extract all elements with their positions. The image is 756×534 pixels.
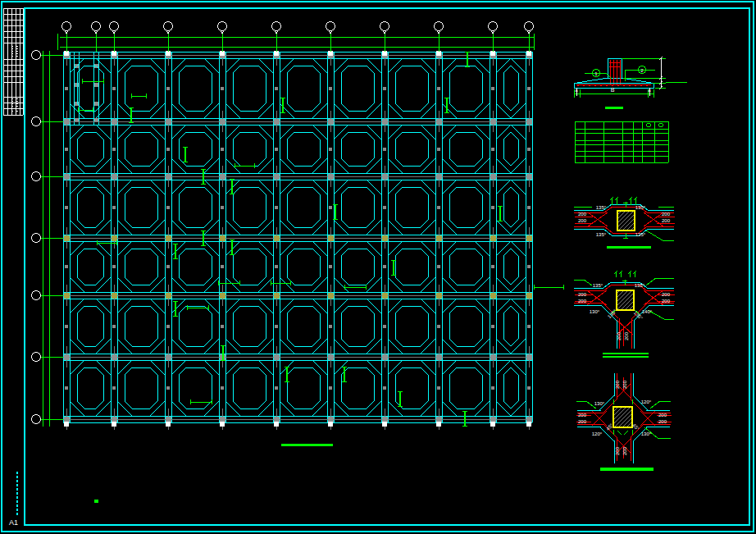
spacing-label: 200 <box>624 331 629 340</box>
spacing-label: 200 <box>615 446 620 455</box>
spacing-label: 200 <box>658 419 667 424</box>
column-section-box <box>617 290 634 310</box>
angle-label: 135° <box>635 283 645 288</box>
cad-viewport[interactable]: A1 B a a 1 2 <box>0 0 756 534</box>
spacing-label: 200 <box>658 413 667 418</box>
grid-bubble-left <box>32 51 41 60</box>
angle-label: 135° <box>593 283 603 288</box>
grid-bubble-left <box>32 117 41 126</box>
detail-b-title-underline <box>603 353 649 354</box>
angle-label: 130° <box>594 401 605 406</box>
detail-a-title-underline <box>607 246 651 249</box>
spacing-label: 200 <box>662 218 671 223</box>
spacing-label: 200 <box>662 299 671 304</box>
spacing-label: 200 <box>622 446 627 455</box>
angle-label: 130° <box>590 309 600 314</box>
green-dot <box>94 500 98 503</box>
angle-label: 120° <box>641 399 652 404</box>
angle-label: 140° <box>642 309 653 314</box>
column-section-box <box>613 407 632 427</box>
grid-bubble-left <box>32 353 41 362</box>
grid-bubble-left <box>32 291 41 300</box>
spacing-label: 200 <box>615 380 620 389</box>
foundation-title-underline <box>605 107 623 109</box>
sheet-format-label: A1 <box>9 518 18 527</box>
angle-label: 135° <box>635 205 646 210</box>
detail-b-title-underline2 <box>603 356 649 358</box>
spacing-label: 200 <box>578 419 587 424</box>
spacing-label: 200 <box>578 292 587 297</box>
spacing-label: 200 <box>578 218 587 223</box>
detail-c-title-underline <box>600 468 654 471</box>
spacing-label: 200 <box>662 212 671 217</box>
angle-label: 135° <box>635 232 646 237</box>
spacing-label: 200 <box>662 292 671 297</box>
angle-label: 135° <box>596 232 607 237</box>
grid-bubble-left <box>32 234 41 243</box>
spacing-label: 200 <box>578 413 587 418</box>
grid-bubble-left <box>32 172 41 181</box>
spacing-label: 200 <box>578 299 587 304</box>
plan-title-underline <box>281 444 333 446</box>
spacing-label: 200 <box>622 380 627 389</box>
footing-width-label: B <box>611 87 615 93</box>
angle-label: 135° <box>596 205 607 210</box>
spacing-label: 200 <box>578 212 587 217</box>
grid-bubble-left <box>32 415 41 424</box>
angle-label: 130° <box>641 431 652 436</box>
spacing-label: 200 <box>617 331 622 340</box>
cad-sheet: A1 B a a 1 2 <box>0 0 756 534</box>
column-section-box <box>617 211 635 230</box>
angle-label: 120° <box>592 431 603 436</box>
